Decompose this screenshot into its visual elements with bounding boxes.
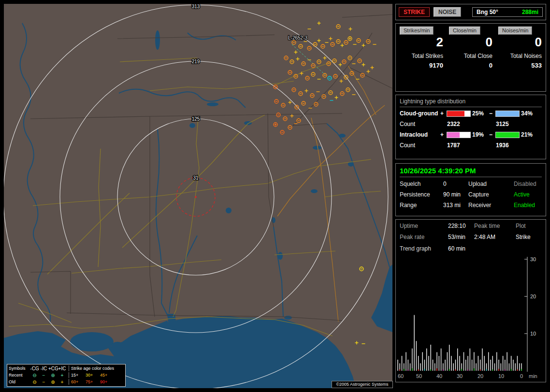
age-code: 90+ bbox=[100, 379, 115, 385]
y-axis-ticks bbox=[524, 259, 527, 334]
legend-neg-icicon: − bbox=[39, 372, 48, 378]
y-axis-labels: 10 20 30 bbox=[530, 256, 536, 336]
noises-per-min-button[interactable]: Noises/min bbox=[498, 27, 532, 35]
svg-text:20: 20 bbox=[530, 294, 536, 299]
trend-color-mark bbox=[461, 369, 462, 371]
svg-text:10: 10 bbox=[530, 331, 536, 336]
plot-value: Strike bbox=[516, 234, 542, 240]
trend-color-mark bbox=[517, 369, 518, 371]
close-per-min-button[interactable]: Close/min bbox=[449, 27, 480, 35]
total-close-label: Total Close bbox=[464, 53, 492, 59]
trend-graph-window: 60 min bbox=[448, 245, 542, 252]
legend-col-cg-pos: +CG bbox=[48, 365, 58, 372]
svg-text:20: 20 bbox=[478, 373, 483, 379]
svg-text:30: 30 bbox=[457, 373, 463, 379]
legend-neg-cgicon: ⊖ bbox=[30, 372, 39, 378]
lightning-map[interactable]: 313 219 125 31 L-2652-3 Symbols -CG -IC … bbox=[4, 4, 392, 388]
trend-panel: Uptime 228:10 Peak time Plot Peak rate 5… bbox=[395, 219, 546, 382]
trend-graph: 10 20 30 60 50 40 30 20 10 0 min bbox=[397, 255, 546, 379]
noises-per-min-value: 0 bbox=[535, 36, 542, 49]
upload-label: Upload bbox=[468, 181, 514, 187]
legend-col-ic-neg: -IC bbox=[39, 365, 48, 372]
bar-fill bbox=[496, 111, 519, 116]
age-code: 30+ bbox=[86, 372, 100, 378]
x-axis-labels: 60 50 40 30 20 10 0 min bbox=[398, 373, 537, 379]
plus-sign: + bbox=[440, 131, 447, 138]
ic-positive-pct: 19% bbox=[471, 131, 489, 138]
close-per-min-value: 0 bbox=[486, 36, 492, 49]
trend-color-mark bbox=[418, 369, 419, 371]
range-value: 313 mi bbox=[443, 202, 468, 209]
legend-divider bbox=[69, 365, 69, 371]
cloud-ground-label: Cloud-ground bbox=[400, 110, 440, 117]
trend-color-mark bbox=[424, 369, 425, 371]
capture-status: Active bbox=[514, 191, 542, 198]
persistence-value: 90 min bbox=[443, 191, 468, 198]
svg-text:50: 50 bbox=[416, 373, 422, 379]
strike-mode-button[interactable]: STRIKE bbox=[399, 7, 430, 17]
peak-rate-label: Peak rate bbox=[400, 234, 448, 240]
total-strikes-value: 9170 bbox=[429, 62, 443, 69]
lightning-distribution-panel: Lightning type distribution Cloud-ground… bbox=[395, 95, 546, 159]
trend-color-mark bbox=[486, 369, 487, 371]
cg-negative-bar bbox=[495, 111, 520, 117]
minus-sign: − bbox=[489, 110, 495, 117]
legend-symbols-header: Symbols bbox=[9, 365, 30, 372]
upload-status: Disabled bbox=[514, 181, 542, 187]
legend-row-old: Old⊖−⊕+60+75+90+ bbox=[9, 378, 124, 385]
divider bbox=[400, 177, 542, 177]
uptime-value: 228:10 bbox=[448, 223, 474, 229]
noises-per-min-column: Noises/min 0 Total Noises 533 bbox=[498, 27, 542, 69]
ring-label-31: 31 bbox=[193, 175, 199, 181]
rates-panel: Strikes/min 2 Total Strikes 9170 Close/m… bbox=[395, 23, 546, 92]
close-per-min-column: Close/min 0 Total Close 0 bbox=[449, 27, 492, 69]
trend-color-mark bbox=[404, 369, 405, 371]
trend-color-mark bbox=[412, 368, 413, 371]
legend-posneg-icicon: + bbox=[58, 372, 67, 378]
trend-color-mark bbox=[511, 369, 512, 371]
receiver-label: Receiver bbox=[468, 202, 514, 209]
squelch-value: 0 bbox=[443, 181, 468, 187]
ic-positive-count: 1787 bbox=[440, 142, 489, 149]
strikes-per-min-button[interactable]: Strikes/min bbox=[400, 27, 434, 35]
strikes-per-min-column: Strikes/min 2 Total Strikes 9170 bbox=[400, 27, 443, 69]
trend-color-mark bbox=[443, 369, 444, 371]
map-canvas: 313 219 125 31 L-2652-3 bbox=[4, 4, 392, 388]
ring-label-219: 219 bbox=[192, 59, 200, 64]
age-code: 60+ bbox=[71, 379, 86, 385]
ic-negative-count: 1936 bbox=[489, 142, 534, 149]
bar-fill bbox=[447, 132, 460, 138]
trend-color-mark bbox=[449, 369, 450, 371]
legend-divider bbox=[69, 379, 69, 385]
ic-positive-bar bbox=[447, 132, 471, 138]
age-code: 45+ bbox=[100, 372, 115, 378]
mode-toolbar: STRIKE NOISE Bng 50° 288mi bbox=[395, 4, 546, 20]
total-noises-value: 533 bbox=[531, 62, 542, 69]
legend-row-label: Recent bbox=[9, 372, 30, 378]
intracloud-label: Intracloud bbox=[400, 131, 440, 138]
svg-text:40: 40 bbox=[436, 373, 442, 379]
legend-posneg-icicon: + bbox=[58, 379, 67, 385]
legend-neg-cgicon: ⊖ bbox=[30, 379, 39, 385]
peak-time-value: 2:48 AM bbox=[474, 234, 516, 240]
receiver-center-dot bbox=[195, 196, 197, 198]
trend-color-mark bbox=[474, 368, 475, 371]
map-legend: Symbols -CG -IC +CG +IC Strike age color… bbox=[7, 364, 126, 387]
trend-color-mark bbox=[521, 369, 522, 371]
uptime-label: Uptime bbox=[400, 223, 448, 229]
trend-plot-bars bbox=[398, 315, 522, 371]
noise-mode-button[interactable]: NOISE bbox=[434, 7, 461, 17]
ring-label-125: 125 bbox=[192, 116, 200, 122]
trend-color-mark bbox=[492, 369, 493, 371]
legend-divider bbox=[69, 372, 69, 378]
trend-color-mark bbox=[407, 369, 408, 371]
cg-positive-bar bbox=[447, 111, 471, 117]
range-label: Range bbox=[400, 202, 443, 209]
total-strikes-label: Total Strikes bbox=[412, 53, 443, 59]
ring-label-313: 313 bbox=[192, 4, 200, 9]
svg-text:30: 30 bbox=[530, 256, 536, 262]
legend-neg-icicon: − bbox=[39, 379, 48, 385]
cg-negative-count: 3125 bbox=[489, 121, 534, 127]
trend-graph-label: Trend graph bbox=[400, 245, 448, 252]
plus-sign: + bbox=[440, 110, 447, 117]
